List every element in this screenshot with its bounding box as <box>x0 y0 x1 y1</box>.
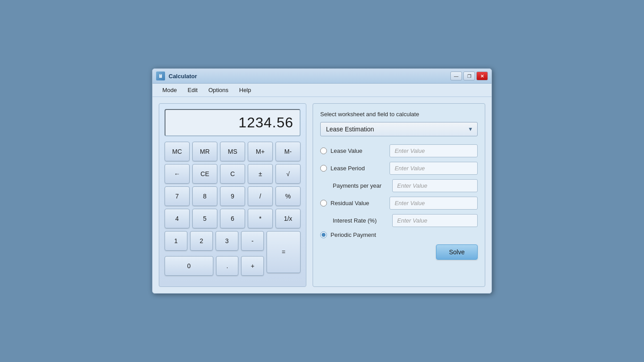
calculator-window: 🖩 Calculator — ❐ ✕ Mode Edit Options Hel… <box>152 68 492 294</box>
interest-rate-input[interactable] <box>392 214 478 227</box>
title-bar: 🖩 Calculator — ❐ ✕ <box>153 69 491 84</box>
btn-1[interactable]: 1 <box>165 231 187 251</box>
menu-mode[interactable]: Mode <box>158 85 182 95</box>
interest-rate-row: Interest Rate (%) <box>320 214 478 227</box>
residual-value-input[interactable] <box>390 197 478 210</box>
payments-per-year-label: Payments per year <box>333 182 388 189</box>
mplus-button[interactable]: M+ <box>248 142 273 161</box>
lease-period-label[interactable]: Lease Period <box>320 165 385 172</box>
row5-area: 1 2 3 - 0 . + = <box>165 231 301 278</box>
percent-button[interactable]: % <box>275 186 301 206</box>
solve-row: Solve <box>320 244 478 260</box>
minus-button[interactable]: - <box>241 231 264 251</box>
residual-value-radio[interactable] <box>320 200 327 206</box>
menu-options[interactable]: Options <box>204 85 233 95</box>
residual-value-row: Residual Value <box>320 197 478 210</box>
row3: 7 8 9 / % <box>165 186 301 206</box>
lease-value-radio[interactable] <box>320 147 327 154</box>
sign-button[interactable]: ± <box>248 164 273 184</box>
menu-bar: Mode Edit Options Help <box>153 84 491 97</box>
main-content: 1234.56 MC MR MS M+ M- ← CE C ± √ 7 8 <box>153 97 491 293</box>
btn-4[interactable]: 4 <box>165 209 190 228</box>
mr-button[interactable]: MR <box>192 142 217 161</box>
residual-value-label[interactable]: Residual Value <box>320 200 385 206</box>
row6: 0 . + <box>165 256 264 276</box>
mminus-button[interactable]: M- <box>275 142 301 161</box>
btn-3[interactable]: 3 <box>216 231 238 251</box>
restore-button[interactable]: ❐ <box>463 72 475 80</box>
menu-help[interactable]: Help <box>235 85 256 95</box>
c-button[interactable]: C <box>220 164 245 184</box>
window-controls: — ❐ ✕ <box>450 72 488 80</box>
right-panel: Select worksheet and field to calculate … <box>313 103 485 287</box>
btn-6[interactable]: 6 <box>220 209 245 228</box>
window-title: Calculator <box>169 73 447 80</box>
worksheet-label: Select worksheet and field to calculate <box>320 111 478 118</box>
payments-per-year-input[interactable] <box>392 179 478 192</box>
lease-value-row: Lease Value <box>320 144 478 157</box>
payments-per-year-row: Payments per year <box>320 179 478 192</box>
backspace-button[interactable]: ← <box>165 164 190 184</box>
calculator-panel: 1234.56 MC MR MS M+ M- ← CE C ± √ 7 8 <box>159 103 306 287</box>
solve-button[interactable]: Solve <box>436 244 478 260</box>
sqrt-button[interactable]: √ <box>275 164 301 184</box>
divide-button[interactable]: / <box>248 186 273 206</box>
minimize-button[interactable]: — <box>450 72 462 80</box>
row2: ← CE C ± √ <box>165 164 301 184</box>
worksheet-dropdown[interactable]: Lease Estimation Loan Calculation Saving… <box>320 122 478 136</box>
equals-button[interactable]: = <box>267 231 301 273</box>
btn-0[interactable]: 0 <box>165 256 213 276</box>
periodic-payment-row: Periodic Payment <box>320 232 478 238</box>
lease-value-input[interactable] <box>390 144 478 157</box>
btn-7[interactable]: 7 <box>165 186 190 206</box>
btn-8[interactable]: 8 <box>192 186 217 206</box>
periodic-payment-label[interactable]: Periodic Payment <box>320 232 478 238</box>
lease-value-label[interactable]: Lease Value <box>320 147 385 154</box>
close-button[interactable]: ✕ <box>476 72 488 80</box>
btn-9[interactable]: 9 <box>220 186 245 206</box>
ce-button[interactable]: CE <box>192 164 217 184</box>
periodic-payment-radio[interactable] <box>320 232 327 238</box>
btn-5[interactable]: 5 <box>192 209 217 228</box>
lease-period-radio[interactable] <box>320 165 327 172</box>
lease-period-row: Lease Period <box>320 162 478 175</box>
row4: 4 5 6 * 1/x <box>165 209 301 228</box>
worksheet-dropdown-wrapper: Lease Estimation Loan Calculation Saving… <box>320 122 478 136</box>
ms-button[interactable]: MS <box>220 142 245 161</box>
mc-button[interactable]: MC <box>165 142 190 161</box>
reciprocal-button[interactable]: 1/x <box>275 209 301 228</box>
plus-button[interactable]: + <box>241 256 264 276</box>
btn-2[interactable]: 2 <box>190 231 213 251</box>
app-icon: 🖩 <box>156 72 165 80</box>
calculator-display: 1234.56 <box>165 109 301 136</box>
decimal-button[interactable]: . <box>216 256 239 276</box>
memory-row: MC MR MS M+ M- <box>165 142 301 161</box>
lease-period-input[interactable] <box>390 162 478 175</box>
menu-edit[interactable]: Edit <box>183 85 202 95</box>
multiply-button[interactable]: * <box>248 209 273 228</box>
interest-rate-label: Interest Rate (%) <box>333 217 388 224</box>
row5: 1 2 3 - <box>165 231 264 251</box>
